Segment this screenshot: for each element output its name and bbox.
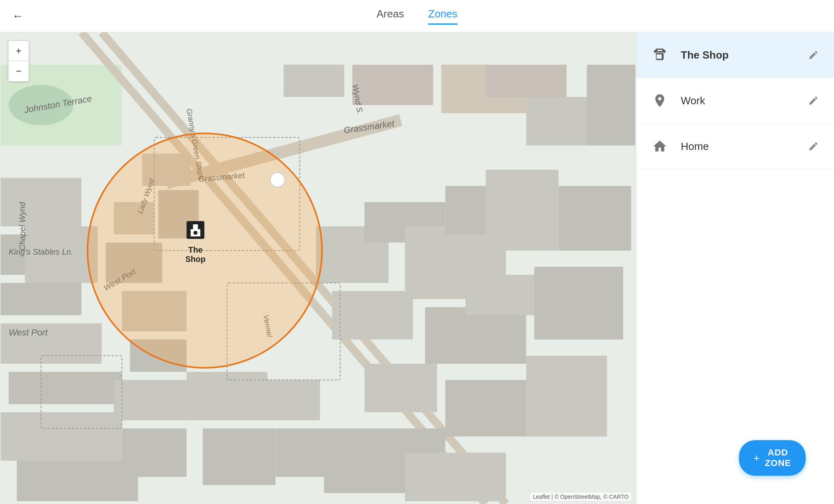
svg-point-62 <box>270 173 285 187</box>
svg-text:Shop: Shop <box>186 255 206 264</box>
zoom-out-button[interactable]: − <box>8 61 29 81</box>
svg-rect-12 <box>1 178 82 226</box>
svg-text:King's Stables Ln.: King's Stables Ln. <box>9 247 73 256</box>
add-zone-label: ADD ZONE <box>765 447 791 468</box>
svg-rect-29 <box>534 267 623 340</box>
svg-rect-44 <box>203 428 276 485</box>
home-icon <box>648 135 671 158</box>
svg-rect-27 <box>425 307 526 364</box>
map-attribution: Leaflet | © OpenStreetMap, © CARTO <box>530 493 631 501</box>
svg-rect-30 <box>365 364 437 412</box>
svg-rect-32 <box>526 356 607 437</box>
svg-point-61 <box>88 133 322 368</box>
svg-rect-7 <box>353 65 433 105</box>
svg-rect-41 <box>114 380 187 420</box>
svg-rect-34 <box>405 453 506 501</box>
svg-text:West Port: West Port <box>9 327 48 337</box>
shop-icon <box>648 44 671 66</box>
svg-rect-26 <box>332 291 413 340</box>
edit-the-shop-button[interactable] <box>805 46 822 63</box>
svg-rect-42 <box>122 428 187 477</box>
svg-rect-25 <box>559 186 631 251</box>
map-svg: Johnston Terrace Granny's Green Steps Gr… <box>0 32 636 504</box>
edit-home-button[interactable] <box>805 138 822 155</box>
zone-item-work[interactable]: Work <box>636 78 834 124</box>
main-layout: + − <box>0 32 834 504</box>
header: ← Areas Zones <box>0 0 834 32</box>
svg-rect-17 <box>9 372 122 404</box>
tab-areas[interactable]: Areas <box>376 8 404 25</box>
add-zone-plus-icon: + <box>754 452 760 464</box>
location-pin-icon <box>648 89 671 112</box>
svg-rect-18 <box>1 412 122 461</box>
svg-rect-46 <box>276 428 340 477</box>
zone-name-the-shop: The Shop <box>681 49 805 61</box>
svg-text:The: The <box>188 245 203 254</box>
zoom-in-button[interactable]: + <box>8 41 29 61</box>
map-area[interactable]: + − <box>0 32 636 504</box>
zone-name-work: Work <box>681 95 805 107</box>
tabs: Areas Zones <box>376 8 457 25</box>
svg-text:Chapel Wynd: Chapel Wynd <box>18 202 27 251</box>
svg-rect-45 <box>264 380 320 420</box>
svg-rect-15 <box>1 283 82 315</box>
svg-rect-6 <box>284 65 344 97</box>
edit-work-button[interactable] <box>805 92 822 109</box>
back-button[interactable]: ← <box>12 10 23 23</box>
svg-rect-9 <box>486 65 567 97</box>
zone-item-home[interactable]: Home <box>636 124 834 169</box>
tab-zones[interactable]: Zones <box>428 8 457 25</box>
zone-name-home: Home <box>681 140 805 153</box>
sidebar: The Shop Work <box>636 32 834 504</box>
svg-rect-19 <box>17 461 138 501</box>
svg-rect-11 <box>587 65 636 146</box>
map-controls: + − <box>8 40 29 82</box>
svg-point-64 <box>194 231 198 235</box>
add-zone-button[interactable]: + ADD ZONE <box>739 440 806 476</box>
zone-item-the-shop[interactable]: The Shop <box>636 32 834 78</box>
svg-rect-24 <box>486 170 559 251</box>
